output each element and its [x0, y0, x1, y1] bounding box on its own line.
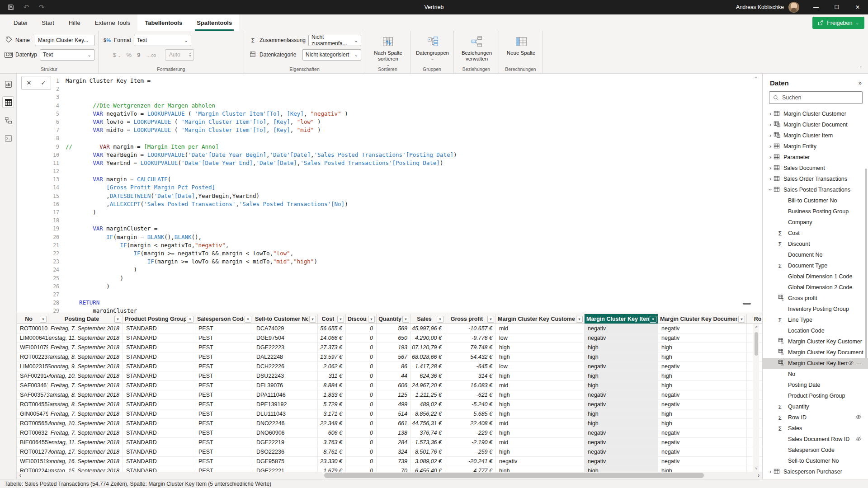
avatar[interactable]	[788, 2, 799, 13]
chevron-collapsed-icon[interactable]: ›	[767, 122, 774, 128]
field-item-global-dimension-2-code[interactable]: Global Dimension 2 Code	[763, 282, 868, 293]
field-item-margin-cluster-customer[interactable]: ›Margin Cluster Customer	[763, 108, 868, 119]
filter-button[interactable]: ▾	[576, 316, 583, 323]
currency-format-icon[interactable]: $ ⌄	[113, 52, 121, 58]
field-item-quantity[interactable]: ΣQuantity	[763, 401, 868, 412]
field-item-row-id[interactable]: ΣRow ID	[763, 412, 868, 423]
field-item-inventory-posting-group[interactable]: Inventory Posting Group	[763, 304, 868, 314]
column-name-input[interactable]	[35, 35, 94, 46]
column-header-quantity[interactable]: Quantity▾	[377, 314, 411, 324]
sort-by-column-button[interactable]: Nach Spalte sortieren ⌄	[369, 34, 407, 66]
field-item-product-posting-group[interactable]: Product Posting Group	[763, 390, 868, 401]
field-item-line-type[interactable]: ΣLine Type	[763, 314, 868, 325]
hidden-eye-icon[interactable]	[848, 360, 854, 367]
editor-scrollbar-thumb[interactable]	[743, 303, 751, 305]
column-header-no[interactable]: No▾	[17, 314, 48, 324]
column-header-posting-date[interactable]: Posting Date▾	[48, 314, 123, 324]
field-item-document-no[interactable]: Document No	[763, 249, 868, 260]
table-vertical-scrollbar[interactable]: ˄ ˅	[753, 324, 759, 472]
field-item-margin-cluster-key-document[interactable]: fxMargin Cluster Key Document	[763, 347, 868, 358]
tab-externe-tools[interactable]: Externe Tools	[88, 14, 138, 31]
hidden-eye-icon[interactable]	[855, 414, 862, 422]
tab-hilfe[interactable]: Hilfe	[61, 14, 88, 31]
percent-format-icon[interactable]: %	[127, 52, 132, 58]
commit-formula-button[interactable]: ✓	[36, 76, 51, 89]
field-item-sell-to-customer-no[interactable]: Sell-to Customer No	[763, 455, 868, 466]
thousands-separator-icon[interactable]: 9	[137, 52, 140, 58]
field-item-margin-cluster-document[interactable]: ›Margin Cluster Document	[763, 119, 868, 130]
field-item-sales-posted-transactions[interactable]: ›Sales Posted Transactions	[763, 184, 868, 195]
hidden-eye-icon[interactable]	[855, 436, 862, 443]
close-button[interactable]: ✕	[847, 0, 868, 14]
field-item-salesperson-purchaser[interactable]: ›Salesperson Purchaser	[763, 466, 868, 477]
chevron-collapsed-icon[interactable]: ›	[767, 111, 774, 117]
data-groups-button[interactable]: Datengruppen ⌄	[414, 34, 452, 61]
filter-button[interactable]: ▾	[368, 316, 375, 323]
field-item-sales-document-row-id[interactable]: Sales Document Row ID	[763, 434, 868, 445]
filter-button[interactable]: ▾	[650, 316, 656, 323]
column-header-sales[interactable]: Sales▾	[411, 314, 445, 324]
report-view-icon[interactable]	[2, 78, 14, 90]
field-item-global-dimension-1-code[interactable]: Global Dimension 1 Code	[763, 271, 868, 282]
field-item-posting-date[interactable]: Posting Date	[763, 380, 868, 390]
field-item-sales-order-transactions[interactable]: ›Sales Order Transactions	[763, 174, 868, 184]
filter-button[interactable]: ▾	[337, 316, 344, 323]
tab-datei[interactable]: Datei	[6, 14, 34, 31]
chevron-collapsed-icon[interactable]: ›	[767, 176, 774, 182]
column-header-margin-cluster-key-item[interactable]: Margin Cluster Key Item▾	[585, 314, 658, 324]
maximize-button[interactable]: ☐	[826, 0, 847, 14]
field-item-document-type[interactable]: ΣDocument Type	[763, 260, 868, 271]
field-item-parameter[interactable]: ›Parameter	[763, 152, 868, 163]
field-item-salesperson-code[interactable]: Salesperson Code	[763, 445, 868, 455]
filter-button[interactable]: ▾	[187, 316, 193, 323]
signed-in-user[interactable]: Andreas Koblischke	[736, 4, 784, 10]
field-item-discount[interactable]: ΣDiscount	[763, 239, 868, 249]
format-select[interactable]: Text⌄	[134, 35, 191, 46]
cancel-formula-button[interactable]: ✕	[22, 76, 36, 89]
filter-button[interactable]: ▾	[437, 316, 443, 323]
decimal-places-stepper[interactable]: Auto ▲▼	[165, 49, 194, 61]
chevron-collapsed-icon[interactable]: ›	[767, 469, 774, 475]
column-header-margin-cluster-key-document[interactable]: Margin Cluster Key Document▾	[658, 314, 747, 324]
filter-button[interactable]: ▾	[402, 316, 409, 323]
tab-spaltentools[interactable]: Spaltentools	[189, 14, 239, 31]
chevron-collapsed-icon[interactable]: ›	[767, 143, 774, 150]
dax-query-view-icon[interactable]	[2, 132, 14, 144]
tab-start[interactable]: Start	[34, 14, 61, 31]
datatype-select[interactable]: Text⌄	[40, 49, 94, 61]
field-item-company[interactable]: Company	[763, 217, 868, 228]
field-item-margin-cluster-item[interactable]: ›Margin Cluster Item	[763, 130, 868, 141]
summarization-select[interactable]: Nicht zusammenfa...⌄	[308, 35, 361, 46]
undo-icon[interactable]: ↶	[23, 4, 30, 11]
field-item-location-code[interactable]: Location Code	[763, 325, 868, 336]
collapse-pane-icon[interactable]: »	[859, 80, 862, 86]
dax-formula-editor[interactable]: ✕ ✓ ˆ 1Margin Cluster Key Item = 234 //D…	[17, 74, 762, 313]
chevron-collapsed-icon[interactable]: ›	[767, 132, 774, 139]
column-header-sell-to-customer-no[interactable]: Sell-to Customer No▾	[253, 314, 318, 324]
decimal-places-icon[interactable]: →.00	[146, 52, 156, 58]
filter-button[interactable]: ▾	[738, 316, 745, 323]
manage-relationships-button[interactable]: Beziehungen verwalten	[458, 34, 496, 62]
field-item-margin-cluster-key-customer[interactable]: fxMargin Cluster Key Customer	[763, 336, 868, 347]
collapse-editor-icon[interactable]: ˆ	[755, 76, 757, 83]
column-header-gross-profit[interactable]: Gross profit▾	[445, 314, 496, 324]
field-item-cost[interactable]: ΣCost	[763, 228, 868, 239]
filter-button[interactable]: ▾	[309, 316, 316, 323]
field-item-no[interactable]: No	[763, 369, 868, 380]
filter-button[interactable]: ▾	[114, 316, 121, 323]
minimize-button[interactable]: —	[806, 0, 826, 14]
column-header-discount[interactable]: Discount▾	[346, 314, 377, 324]
chevron-collapsed-icon[interactable]: ›	[767, 165, 774, 171]
field-item-margin-entity[interactable]: ›Margin Entity	[763, 141, 868, 152]
more-options-icon[interactable]: ⋯	[856, 360, 862, 367]
data-view-icon[interactable]	[2, 96, 14, 108]
field-item-sales-document[interactable]: ›Sales Document	[763, 163, 868, 174]
table-horizontal-scrollbar[interactable]: ‹ ›	[17, 472, 762, 479]
pane-scrollbar-thumb[interactable]	[865, 169, 867, 358]
column-header-salesperson-code[interactable]: Salesperson Code▾	[195, 314, 253, 324]
collapse-ribbon-icon[interactable]: ˆ	[860, 66, 862, 71]
column-header-product-posting-group[interactable]: Product Posting Group▾	[123, 314, 195, 324]
save-icon[interactable]	[7, 4, 14, 11]
tab-tabellentools[interactable]: Tabellentools	[137, 14, 189, 31]
chevron-expanded-icon[interactable]: ›	[767, 187, 774, 193]
